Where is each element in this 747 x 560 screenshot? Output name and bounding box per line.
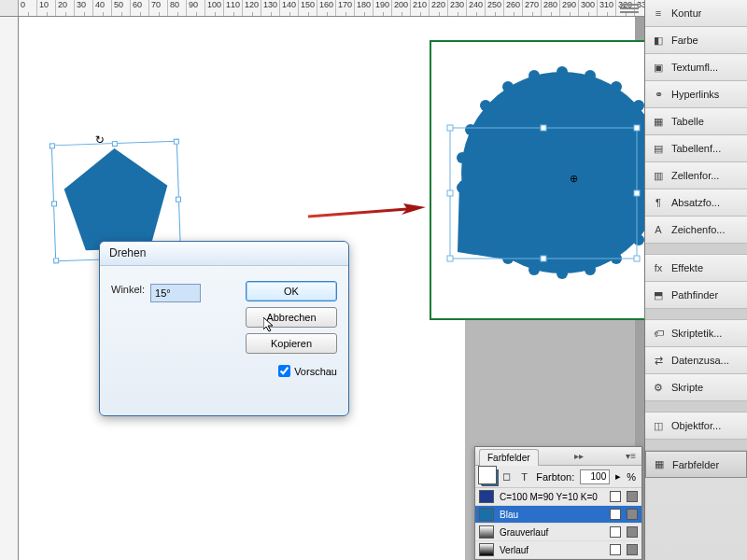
panel-button[interactable]: ▦Farbfelder [645, 451, 747, 478]
panel-button[interactable]: ⚭Hyperlinks [645, 81, 747, 108]
swatches-tab[interactable]: Farbfelder [479, 449, 539, 466]
panel-label: Pathfinder [671, 289, 718, 301]
cancel-button[interactable]: Abbrechen [246, 307, 337, 328]
svg-point-23 [480, 100, 491, 111]
panel-label: Farbfelder [672, 459, 719, 470]
swatch-row[interactable]: Blau [475, 506, 641, 524]
ruler-tick: 20 [56, 0, 75, 17]
svg-rect-35 [634, 256, 640, 261]
panel-button[interactable]: ▣Textumfl... [645, 54, 747, 81]
tint-input[interactable] [580, 469, 610, 484]
panel-icon: ▣ [651, 60, 666, 75]
ruler-tick: 250 [486, 0, 504, 17]
panel-collapse-icon[interactable]: ▸▸ [569, 451, 589, 461]
svg-point-24 [502, 81, 514, 92]
svg-point-12 [633, 234, 644, 245]
resize-handle[interactable] [176, 196, 181, 202]
ruler-tick: 70 [149, 0, 168, 17]
svg-point-4 [557, 66, 568, 77]
swatch-sample-icon [479, 490, 494, 503]
swatch-sample-icon [479, 508, 494, 521]
svg-point-15 [557, 268, 568, 279]
panel-button[interactable]: ▥Zellenfor... [645, 162, 747, 189]
resize-handle[interactable] [51, 201, 57, 206]
rotate-dialog[interactable]: Drehen Winkel: OK Abbrechen Kopieren Vor… [99, 241, 349, 416]
swatches-tabbar[interactable]: Farbfelder ▸▸ ▾≡ [475, 447, 641, 466]
rotate-cursor-icon: ↻ [94, 133, 104, 146]
ok-button[interactable]: OK [246, 281, 337, 301]
swatches-panel[interactable]: Farbfelder ▸▸ ▾≡ ◻ T Farbton: ▸ % C=100 … [474, 446, 642, 560]
panel-button[interactable]: ⬒Pathfinder [645, 282, 747, 309]
ruler-tick: 160 [317, 0, 336, 17]
panel-button[interactable]: ▤Tabellenf... [645, 135, 747, 162]
dialog-title[interactable]: Drehen [100, 242, 348, 266]
panel-grip-icon[interactable] [620, 4, 639, 17]
angle-input[interactable] [150, 284, 201, 302]
swatch-type-icon [610, 526, 621, 538]
panel-label: Effekte [671, 262, 703, 273]
svg-point-14 [585, 264, 596, 275]
panel-label: Textumfl... [671, 62, 718, 73]
panel-label: Skripte [671, 382, 703, 393]
ruler-tick: 210 [411, 0, 430, 17]
swatch-name: C=100 M=90 Y=10 K=0 [500, 492, 604, 502]
panel-menu-icon[interactable]: ▾≡ [620, 451, 641, 461]
swatch-row[interactable]: Verlauf [475, 541, 641, 559]
ruler-tick: 310 [598, 0, 616, 17]
swatch-row[interactable]: C=100 M=90 Y=10 K=0 [475, 488, 641, 506]
tint-unit: % [627, 471, 636, 483]
svg-rect-30 [634, 125, 640, 131]
panel-button[interactable]: ¶Absatzfo... [645, 189, 747, 217]
panel-button[interactable]: 🏷Skriptetik... [645, 320, 747, 347]
ruler-tick: 140 [280, 0, 299, 17]
preview-checkbox-row[interactable]: Vorschau [278, 365, 337, 377]
panel-label: Absatzfo... [671, 197, 720, 208]
resize-handle[interactable] [53, 258, 59, 263]
panel-icon: ⬒ [651, 287, 666, 302]
ruler-tick: 130 [261, 0, 280, 17]
panel-button[interactable]: fxEffekte [645, 255, 747, 282]
swatch-name: Verlauf [500, 545, 604, 555]
fill-stroke-proxy-icon[interactable] [481, 469, 495, 485]
panel-button[interactable]: ≡Kontur [645, 0, 747, 27]
ruler-tick: 50 [112, 0, 131, 17]
panel-icon: ⇄ [651, 353, 666, 368]
panel-group-separator [645, 440, 747, 451]
panel-button[interactable]: ▦Tabelle [645, 108, 747, 135]
tint-label: Farbton: [536, 471, 574, 483]
panel-button[interactable]: ◧Farbe [645, 27, 747, 54]
swatch-name: Blau [500, 510, 604, 520]
ruler-tick: 120 [243, 0, 261, 17]
copy-button[interactable]: Kopieren [246, 333, 337, 354]
svg-point-5 [585, 70, 596, 81]
panel-button[interactable]: ⇄Datenzusa... [645, 347, 747, 374]
ruler-tick: 180 [355, 0, 374, 17]
panel-button[interactable]: AZeichenfo... [645, 217, 747, 244]
panel-icon: ▤ [651, 141, 666, 156]
resize-handle[interactable] [111, 141, 117, 147]
svg-point-22 [465, 124, 476, 135]
tint-stepper-icon[interactable]: ▸ [615, 470, 621, 483]
swatch-name: Grauverlauf [500, 527, 604, 538]
ruler-tick: 150 [299, 0, 317, 17]
swatches-list[interactable]: C=100 M=90 Y=10 K=0BlauGrauverlaufVerlau… [475, 488, 641, 559]
ruler-tick: 10 [37, 0, 56, 17]
ruler-tick: 290 [560, 0, 579, 17]
panel-button[interactable]: ◫Objektfor... [645, 413, 747, 440]
svg-marker-37 [263, 317, 273, 331]
formatting-container-icon[interactable]: ◻ [500, 469, 513, 484]
svg-point-21 [457, 152, 468, 163]
swatch-type-icon [610, 509, 621, 520]
annotation-arrow-icon [306, 203, 428, 222]
svg-rect-28 [447, 125, 453, 131]
ruler-tick: 30 [75, 0, 93, 17]
ruler-tick: 100 [205, 0, 224, 17]
formatting-text-icon[interactable]: T [518, 469, 530, 484]
panel-button[interactable]: ⚙Skripte [645, 374, 747, 401]
preview-checkbox[interactable] [278, 365, 290, 377]
resize-handle[interactable] [49, 143, 55, 148]
ruler-tick: 110 [224, 0, 243, 17]
swatch-row[interactable]: Grauverlauf [475, 524, 641, 541]
resize-handle[interactable] [174, 139, 179, 145]
ruler-tick: 80 [168, 0, 187, 17]
